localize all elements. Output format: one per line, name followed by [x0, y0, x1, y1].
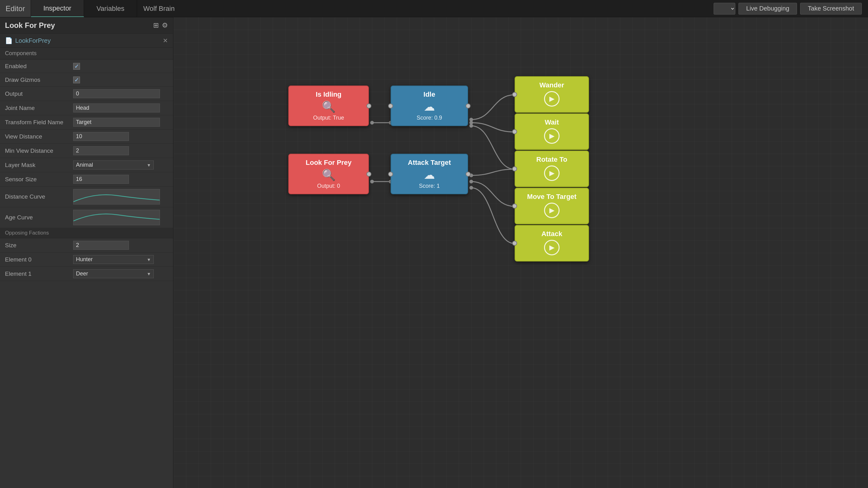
node-wander-title: Wander — [521, 81, 582, 89]
node-attack[interactable]: Attack ▶ — [515, 225, 589, 261]
node-wander[interactable]: Wander ▶ — [515, 76, 589, 113]
output-label: Output — [5, 91, 73, 97]
element1-dropdown[interactable]: Deer ▼ — [73, 269, 154, 278]
port-look-for-prey-out[interactable] — [366, 172, 371, 176]
node-move-to-target[interactable]: Move To Target ▶ — [515, 188, 589, 224]
draw-gizmos-label: Draw Gizmos — [5, 76, 73, 83]
dropdown-selector[interactable] — [714, 3, 735, 14]
prop-element0: Element 0 Hunter ▼ — [0, 253, 173, 267]
section-components-label: Components — [0, 48, 173, 60]
top-right-controls: Live Debugging Take Screenshot — [714, 3, 868, 14]
node-idle-subtitle: Score: 0.9 — [397, 115, 461, 121]
top-bar: Editor Inspector Variables Wolf Brain Li… — [0, 0, 868, 18]
enabled-checkbox[interactable]: ✓ — [73, 63, 80, 70]
layer-mask-dropdown[interactable]: Animal ▼ — [73, 161, 154, 169]
node-look-for-prey-title: Look For Prey — [295, 159, 362, 167]
min-view-distance-input[interactable]: 2 — [73, 146, 129, 155]
sensor-size-label: Sensor Size — [5, 176, 73, 183]
port-attack-target-in[interactable] — [388, 172, 393, 176]
node-idle-title: Idle — [397, 91, 461, 99]
sensor-size-input[interactable]: 16 — [73, 175, 129, 184]
prop-draw-gizmos: Draw Gizmos ✓ — [0, 73, 173, 87]
take-screenshot-button[interactable]: Take Screenshot — [800, 3, 862, 14]
search-icon-prey: 🔍 — [295, 168, 362, 182]
canvas-area[interactable]: Is Idling 🔍 Output: True Idle ☁ Score: 0… — [174, 18, 868, 488]
output-input[interactable]: 0 — [73, 89, 160, 98]
play-icon-move-to-target: ▶ — [544, 203, 560, 218]
svg-point-8 — [370, 180, 374, 184]
node-is-idling[interactable]: Is Idling 🔍 Output: True — [288, 86, 369, 126]
tab-inspector[interactable]: Inspector — [31, 0, 84, 17]
node-look-for-prey[interactable]: Look For Prey 🔍 Output: 0 — [288, 154, 369, 194]
tab-bar: Inspector Variables Wolf Brain — [31, 0, 714, 17]
prop-element1: Element 1 Deer ▼ — [0, 267, 173, 281]
node-look-for-prey-subtitle: Output: 0 — [295, 183, 362, 189]
node-rotate-to[interactable]: Rotate To ▶ — [515, 151, 589, 187]
prop-view-distance: View Distance 10 — [0, 130, 173, 144]
live-debugging-button[interactable]: Live Debugging — [738, 3, 797, 14]
distance-curve-preview[interactable] — [73, 189, 160, 204]
port-attack-in[interactable] — [512, 241, 517, 246]
play-icon-attack: ▶ — [544, 240, 560, 255]
opposing-factions-label: Opposing Factions — [0, 228, 173, 238]
transform-field-input[interactable]: Target — [73, 118, 160, 127]
script-ref-name[interactable]: LookForPrey — [15, 37, 51, 44]
panel-title-icons: ⊞ ⚙ — [153, 21, 168, 29]
node-is-idling-title: Is Idling — [295, 91, 362, 99]
brain-label: Wolf Brain — [137, 5, 714, 13]
prop-distance-curve: Distance Curve — [0, 187, 173, 207]
left-panel: Look For Prey ⊞ ⚙ 📄 LookForPrey ✕ Compon… — [0, 18, 174, 488]
search-icon-idling: 🔍 — [295, 100, 362, 113]
close-script-button[interactable]: ✕ — [163, 37, 168, 44]
port-attack-target-out[interactable] — [466, 172, 471, 176]
svg-point-6 — [469, 124, 473, 128]
size-input[interactable]: 2 — [73, 241, 129, 250]
chevron-down-icon-3: ▼ — [147, 271, 151, 276]
play-icon-rotate-to: ▶ — [544, 165, 560, 181]
view-distance-input[interactable]: 10 — [73, 132, 129, 141]
panel-title-bar: Look For Prey ⊞ ⚙ — [0, 18, 173, 34]
age-curve-preview[interactable] — [73, 210, 160, 225]
port-rotate-to-in[interactable] — [512, 166, 517, 171]
chevron-down-icon: ▼ — [147, 163, 151, 168]
prop-layer-mask: Layer Mask Animal ▼ — [0, 158, 173, 172]
joint-name-input[interactable]: Head — [73, 103, 160, 112]
port-wait-in[interactable] — [512, 129, 517, 134]
play-icon-wait: ▶ — [544, 128, 560, 144]
node-attack-target-subtitle: Score: 1 — [397, 183, 461, 189]
chevron-down-icon-2: ▼ — [147, 257, 151, 262]
panel-title: Look For Prey — [5, 21, 55, 30]
node-wait[interactable]: Wait ▶ — [515, 113, 589, 150]
port-idle-in[interactable] — [388, 103, 393, 108]
min-view-distance-label: Min View Distance — [5, 148, 73, 154]
panel-icon-1[interactable]: ⊞ — [153, 21, 159, 29]
prop-output: Output 0 — [0, 87, 173, 101]
port-idle-out[interactable] — [466, 103, 471, 108]
node-idle[interactable]: Idle ☁ Score: 0.9 — [391, 86, 468, 126]
svg-point-14 — [469, 186, 473, 190]
svg-point-0 — [370, 121, 374, 125]
node-is-idling-subtitle: Output: True — [295, 115, 362, 121]
svg-point-12 — [469, 180, 473, 184]
svg-point-4 — [469, 121, 473, 125]
node-wait-title: Wait — [521, 118, 582, 126]
element0-dropdown[interactable]: Hunter ▼ — [73, 255, 154, 264]
port-wander-in[interactable] — [512, 92, 517, 97]
port-is-idling-out[interactable] — [366, 103, 371, 108]
element1-label: Element 1 — [5, 270, 73, 277]
node-attack-target[interactable]: Attack Target ☁ Score: 1 — [391, 154, 468, 194]
prop-sensor-size: Sensor Size 16 — [0, 172, 173, 187]
element0-label: Element 0 — [5, 256, 73, 263]
distance-curve-label: Distance Curve — [5, 193, 73, 200]
age-curve-label: Age Curve — [5, 214, 73, 221]
draw-gizmos-checkbox[interactable]: ✓ — [73, 76, 80, 83]
tab-variables[interactable]: Variables — [84, 0, 137, 17]
panel-icon-2[interactable]: ⚙ — [162, 21, 168, 29]
prop-size: Size 2 — [0, 238, 173, 253]
node-move-to-target-title: Move To Target — [521, 193, 582, 201]
script-ref-row: 📄 LookForPrey ✕ — [0, 34, 173, 48]
play-icon-wander: ▶ — [544, 91, 560, 106]
layer-mask-label: Layer Mask — [5, 162, 73, 168]
port-move-to-target-in[interactable] — [512, 203, 517, 208]
age-curve-svg — [73, 210, 160, 225]
